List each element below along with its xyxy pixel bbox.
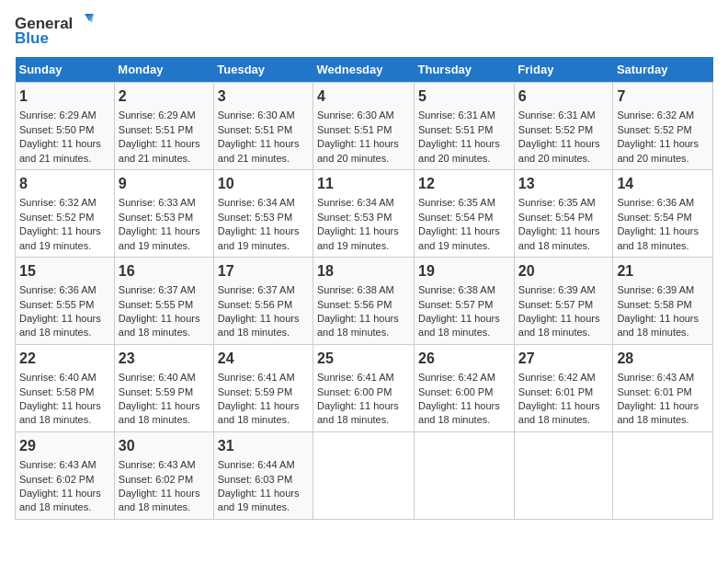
calendar-header-thursday: Thursday xyxy=(415,57,515,83)
calendar-header-wednesday: Wednesday xyxy=(313,57,415,83)
sunrise-text: Sunrise: 6:32 AM xyxy=(617,109,694,121)
calendar-cell: 4Sunrise: 6:30 AMSunset: 5:51 PMDaylight… xyxy=(313,83,415,170)
day-number: 2 xyxy=(119,86,210,107)
sunset-text: Sunset: 5:51 PM xyxy=(317,124,392,135)
sunrise-text: Sunrise: 6:41 AM xyxy=(218,372,295,383)
daylight-text: Daylight: 11 hours and 18 minutes. xyxy=(418,313,500,338)
daylight-text: Daylight: 11 hours and 18 minutes. xyxy=(317,400,399,425)
day-number: 27 xyxy=(518,349,609,369)
day-number: 4 xyxy=(317,86,410,107)
daylight-text: Daylight: 11 hours and 18 minutes. xyxy=(119,488,200,512)
sunrise-text: Sunrise: 6:40 AM xyxy=(119,372,196,383)
daylight-text: Daylight: 11 hours and 19 minutes. xyxy=(218,225,300,250)
sunrise-text: Sunrise: 6:30 AM xyxy=(317,109,394,121)
calendar-cell xyxy=(613,431,713,519)
sunrise-text: Sunrise: 6:29 AM xyxy=(119,109,196,121)
calendar-cell: 6Sunrise: 6:31 AMSunset: 5:52 PMDaylight… xyxy=(514,83,613,170)
logo-bird-icon xyxy=(75,12,94,30)
daylight-text: Daylight: 11 hours and 21 minutes. xyxy=(19,138,101,163)
logo-text-blue: Blue xyxy=(15,29,49,48)
sunrise-text: Sunrise: 6:29 AM xyxy=(19,109,97,121)
day-number: 31 xyxy=(218,436,309,456)
day-number: 5 xyxy=(418,86,510,107)
day-number: 6 xyxy=(518,86,609,107)
sunrise-text: Sunrise: 6:38 AM xyxy=(317,284,394,295)
calendar-cell: 31Sunrise: 6:44 AMSunset: 6:03 PMDayligh… xyxy=(213,431,313,519)
day-number: 8 xyxy=(19,174,110,194)
calendar-cell: 10Sunrise: 6:34 AMSunset: 5:53 PMDayligh… xyxy=(213,169,313,257)
daylight-text: Daylight: 11 hours and 18 minutes. xyxy=(617,313,699,338)
day-number: 16 xyxy=(119,261,210,282)
logo: General Blue xyxy=(15,15,94,48)
day-number: 17 xyxy=(218,261,309,282)
calendar-cell: 16Sunrise: 6:37 AMSunset: 5:55 PMDayligh… xyxy=(114,257,213,344)
calendar-cell: 28Sunrise: 6:43 AMSunset: 6:01 PMDayligh… xyxy=(613,344,713,431)
daylight-text: Daylight: 11 hours and 20 minutes. xyxy=(418,138,500,163)
sunrise-text: Sunrise: 6:34 AM xyxy=(218,197,295,208)
calendar-cell: 2Sunrise: 6:29 AMSunset: 5:51 PMDaylight… xyxy=(114,83,213,170)
daylight-text: Daylight: 11 hours and 18 minutes. xyxy=(518,313,600,338)
calendar-cell: 12Sunrise: 6:35 AMSunset: 5:54 PMDayligh… xyxy=(415,169,515,257)
daylight-text: Daylight: 11 hours and 19 minutes. xyxy=(19,225,101,250)
sunset-text: Sunset: 6:02 PM xyxy=(19,474,94,485)
sunrise-text: Sunrise: 6:42 AM xyxy=(518,372,596,383)
logo-container: General Blue xyxy=(15,15,94,48)
sunrise-text: Sunrise: 6:31 AM xyxy=(518,109,596,121)
calendar-table: SundayMondayTuesdayWednesdayThursdayFrid… xyxy=(15,57,713,520)
sunrise-text: Sunrise: 6:33 AM xyxy=(119,197,196,208)
sunset-text: Sunset: 5:51 PM xyxy=(218,124,292,135)
calendar-header-sunday: Sunday xyxy=(16,57,115,83)
sunset-text: Sunset: 5:58 PM xyxy=(617,299,691,310)
sunrise-text: Sunrise: 6:39 AM xyxy=(518,284,596,295)
calendar-header-friday: Friday xyxy=(514,57,613,83)
day-number: 18 xyxy=(317,261,410,282)
sunset-text: Sunset: 5:56 PM xyxy=(218,299,292,310)
daylight-text: Daylight: 11 hours and 19 minutes. xyxy=(418,225,500,250)
calendar-cell: 20Sunrise: 6:39 AMSunset: 5:57 PMDayligh… xyxy=(514,257,613,344)
sunset-text: Sunset: 5:53 PM xyxy=(218,212,292,223)
daylight-text: Daylight: 11 hours and 21 minutes. xyxy=(119,138,200,163)
day-number: 11 xyxy=(317,174,410,194)
sunrise-text: Sunrise: 6:37 AM xyxy=(218,284,295,295)
sunset-text: Sunset: 5:54 PM xyxy=(418,212,493,223)
sunset-text: Sunset: 5:59 PM xyxy=(218,386,292,397)
calendar-header-saturday: Saturday xyxy=(613,57,713,83)
daylight-text: Daylight: 11 hours and 18 minutes. xyxy=(418,400,500,425)
sunrise-text: Sunrise: 6:36 AM xyxy=(617,197,694,208)
sunset-text: Sunset: 5:53 PM xyxy=(317,212,392,223)
calendar-week-row: 22Sunrise: 6:40 AMSunset: 5:58 PMDayligh… xyxy=(16,344,713,431)
sunset-text: Sunset: 6:03 PM xyxy=(218,474,292,485)
sunset-text: Sunset: 5:51 PM xyxy=(119,124,193,135)
calendar-cell: 29Sunrise: 6:43 AMSunset: 6:02 PMDayligh… xyxy=(16,431,115,519)
sunrise-text: Sunrise: 6:44 AM xyxy=(218,459,295,470)
day-number: 28 xyxy=(617,349,709,369)
calendar-week-row: 15Sunrise: 6:36 AMSunset: 5:55 PMDayligh… xyxy=(16,257,713,344)
sunrise-text: Sunrise: 6:30 AM xyxy=(218,109,295,121)
calendar-cell xyxy=(313,431,415,519)
sunset-text: Sunset: 5:52 PM xyxy=(518,124,593,135)
calendar-cell xyxy=(415,431,515,519)
sunrise-text: Sunrise: 6:41 AM xyxy=(317,372,394,383)
calendar-cell: 9Sunrise: 6:33 AMSunset: 5:53 PMDaylight… xyxy=(114,169,213,257)
day-number: 26 xyxy=(418,349,510,369)
daylight-text: Daylight: 11 hours and 21 minutes. xyxy=(218,138,300,163)
sunrise-text: Sunrise: 6:38 AM xyxy=(418,284,495,295)
sunrise-text: Sunrise: 6:40 AM xyxy=(19,372,97,383)
calendar-cell: 19Sunrise: 6:38 AMSunset: 5:57 PMDayligh… xyxy=(415,257,515,344)
sunrise-text: Sunrise: 6:35 AM xyxy=(518,197,596,208)
daylight-text: Daylight: 11 hours and 18 minutes. xyxy=(317,313,399,338)
daylight-text: Daylight: 11 hours and 18 minutes. xyxy=(19,313,101,338)
day-number: 25 xyxy=(317,349,410,369)
sunset-text: Sunset: 5:51 PM xyxy=(418,124,493,135)
sunset-text: Sunset: 5:58 PM xyxy=(19,386,94,397)
calendar-cell xyxy=(514,431,613,519)
sunset-text: Sunset: 6:01 PM xyxy=(518,386,593,397)
daylight-text: Daylight: 11 hours and 19 minutes. xyxy=(119,225,200,250)
day-number: 19 xyxy=(418,261,510,282)
sunset-text: Sunset: 5:52 PM xyxy=(617,124,691,135)
daylight-text: Daylight: 11 hours and 18 minutes. xyxy=(518,225,600,250)
calendar-cell: 3Sunrise: 6:30 AMSunset: 5:51 PMDaylight… xyxy=(213,83,313,170)
daylight-text: Daylight: 11 hours and 18 minutes. xyxy=(617,400,699,425)
daylight-text: Daylight: 11 hours and 20 minutes. xyxy=(617,138,699,163)
sunrise-text: Sunrise: 6:43 AM xyxy=(19,459,97,470)
